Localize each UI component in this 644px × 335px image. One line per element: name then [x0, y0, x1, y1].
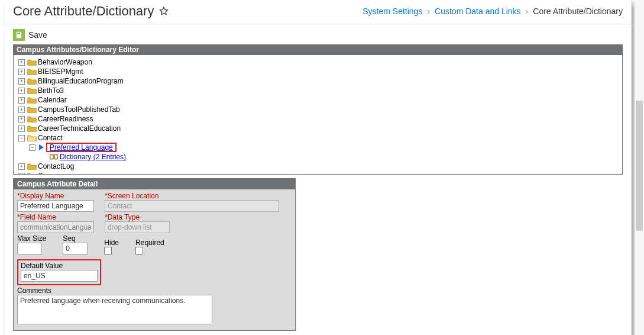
folder-icon	[27, 86, 37, 95]
tree-node-label: BirthTo3	[38, 86, 64, 95]
field-name-input	[17, 221, 94, 233]
arrow-right-icon	[38, 144, 45, 151]
tree-node-label: BehaviorWeapon	[38, 58, 92, 66]
tree-node-label: ContactLog	[38, 162, 74, 170]
expand-icon[interactable]: +	[18, 116, 25, 123]
floppy-disk-icon	[13, 29, 25, 41]
folder-icon	[27, 58, 37, 66]
tree-node-dictionary[interactable]: Dictionary (2 Entries)	[18, 152, 622, 162]
chevron-right-icon: ›	[526, 7, 529, 16]
expand-icon[interactable]: +	[18, 88, 25, 94]
tree-node-contact[interactable]: − Contact	[18, 133, 622, 143]
tree-node-label[interactable]: Dictionary (2 Entries)	[60, 153, 126, 161]
label-field-name: *Field Name	[17, 213, 94, 221]
tree-node[interactable]: + BIEISEPMgmt	[18, 67, 622, 76]
breadcrumb-current: Core Attribute/Dictionary	[533, 7, 623, 16]
label-data-type: *Data Type	[105, 213, 170, 221]
required-checkbox[interactable]	[135, 247, 143, 255]
editor-section-header: Campus Attributes/Dictionary Editor	[13, 44, 623, 55]
label-comments: Comments	[17, 286, 292, 295]
tree-node-label: BilingualEducationProgram	[38, 77, 124, 85]
tree-node[interactable]: + Course	[18, 171, 622, 175]
folder-icon	[27, 96, 37, 104]
chevron-right-icon: ›	[427, 7, 430, 16]
hide-checkbox[interactable]	[104, 247, 112, 255]
label-hide: Hide	[104, 239, 119, 247]
save-button-label: Save	[28, 30, 47, 40]
tree-node-label: Calendar	[38, 96, 67, 104]
label-seq: Seq	[63, 234, 88, 243]
tree-node[interactable]: + CareerTechnicalEducation	[18, 124, 622, 133]
label-screen-location: *Screen Location	[105, 192, 279, 200]
tree-node-label: Course	[38, 172, 61, 175]
detail-section-header: Campus Attribute Detail	[14, 179, 295, 189]
favorite-star-icon[interactable]	[158, 6, 169, 17]
comments-textarea[interactable]	[17, 295, 212, 324]
highlight-box: Preferred Language	[46, 143, 116, 152]
tree-node-preferred-language[interactable]: − Preferred Language	[18, 143, 622, 152]
label-max-size: Max Size	[17, 234, 46, 243]
tree-node[interactable]: + BilingualEducationProgram	[18, 76, 622, 86]
seq-input[interactable]	[63, 243, 88, 255]
breadcrumb-system-settings[interactable]: System Settings	[363, 7, 422, 16]
tree-node-label-selected[interactable]: Preferred Language	[50, 143, 113, 152]
tree-node-label: Contact	[38, 134, 62, 142]
folder-icon	[27, 162, 37, 170]
folder-icon	[27, 172, 37, 175]
data-type-select[interactable]: drop-down list	[105, 221, 170, 233]
tree-node[interactable]: + CareerReadiness	[18, 114, 622, 124]
folder-icon	[27, 77, 37, 85]
tree-node-label: BIEISEPMgmt	[38, 67, 83, 76]
folder-icon	[27, 67, 37, 76]
collapse-icon[interactable]: −	[18, 135, 25, 141]
label-display-name: *Display Name	[17, 192, 94, 200]
expand-icon[interactable]: +	[18, 78, 25, 85]
expand-icon[interactable]: +	[18, 173, 25, 175]
book-icon	[49, 153, 59, 160]
expand-icon[interactable]: +	[18, 163, 25, 170]
collapse-icon[interactable]: −	[29, 144, 35, 151]
label-required: Required	[135, 239, 164, 247]
tree-node-label: CareerReadiness	[38, 115, 93, 123]
tree-node[interactable]: + BirthTo3	[18, 86, 622, 95]
folder-icon	[27, 115, 37, 123]
default-value-input[interactable]	[21, 270, 98, 282]
expand-icon[interactable]: +	[18, 59, 25, 66]
folder-icon	[27, 124, 37, 133]
tree-node[interactable]: + BehaviorWeapon	[18, 57, 622, 67]
folder-open-icon	[27, 134, 37, 142]
attribute-tree[interactable]: + BehaviorWeapon + BIEISEPMgmt + Bilingu…	[13, 55, 623, 175]
tree-node-label: CareerTechnicalEducation	[38, 124, 121, 133]
page-scrollbar[interactable]	[635, 0, 644, 335]
page-title: Core Attribute/Dictionary	[13, 4, 154, 19]
scrollbar-thumb[interactable]	[636, 101, 643, 231]
expand-icon[interactable]: +	[18, 69, 25, 75]
default-value-highlight: Default Value	[17, 259, 101, 285]
expand-icon[interactable]: +	[18, 97, 25, 104]
max-size-input[interactable]	[17, 243, 42, 255]
tree-node[interactable]: + CampusToolPublishedTab	[18, 105, 622, 114]
tree-node-label: CampusToolPublishedTab	[38, 105, 120, 114]
folder-icon	[27, 105, 37, 114]
tree-node[interactable]: + Calendar	[18, 95, 622, 105]
breadcrumb: System Settings › Custom Data and Links …	[363, 7, 623, 16]
breadcrumb-custom-data[interactable]: Custom Data and Links	[435, 7, 521, 16]
tree-node[interactable]: + ContactLog	[18, 162, 622, 171]
screen-location-select[interactable]: Contact	[105, 200, 279, 212]
expand-icon[interactable]: +	[18, 125, 25, 132]
display-name-input[interactable]	[17, 200, 94, 212]
save-button[interactable]: Save	[13, 29, 47, 41]
expand-icon[interactable]: +	[18, 107, 25, 113]
label-default-value: Default Value	[21, 262, 98, 270]
